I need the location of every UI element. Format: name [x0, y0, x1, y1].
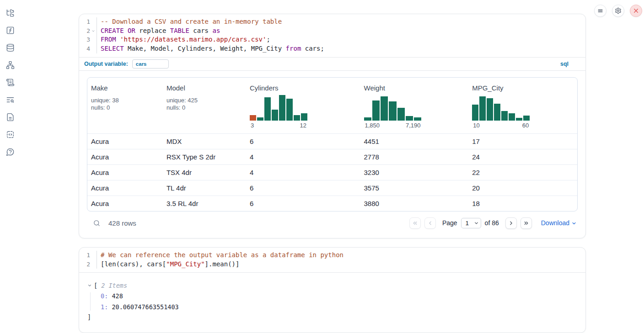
chevron-right-icon [508, 220, 514, 226]
code-text: CREATE OR replace TABLE cars as [97, 26, 585, 36]
line-number: 4 [79, 44, 90, 53]
help-icon[interactable] [5, 146, 16, 157]
shutdown-button[interactable] [630, 5, 642, 17]
chevrons-left-icon [412, 220, 418, 226]
table-row[interactable]: AcuraRSX Type S 2dr4277824 [87, 149, 577, 164]
code-line: 1# We can reference the output variable … [79, 251, 585, 260]
chevron-left-icon [427, 220, 433, 226]
histogram-bar [487, 98, 493, 121]
page-select[interactable]: 1 [461, 218, 481, 228]
search-icon[interactable] [92, 218, 101, 227]
dependency-graph-icon[interactable] [5, 59, 16, 70]
histogram-axis: 1,8507,190 [364, 122, 422, 129]
histogram-bars [472, 95, 530, 121]
table-row[interactable]: AcuraTL 4dr6357520 [87, 180, 577, 196]
gear-icon [615, 7, 622, 14]
table-cell: Acura [87, 149, 163, 164]
column-title: MPG_City [472, 84, 574, 92]
histogram-bar [494, 104, 500, 120]
scratchpad-icon[interactable] [5, 77, 16, 88]
file-explorer-icon[interactable] [5, 7, 16, 18]
column-header-make[interactable]: Makeunique: 38nulls: 0 [87, 78, 163, 134]
fold-spacer [90, 17, 97, 26]
page-total-label: of 86 [485, 219, 499, 227]
code-line: 2[len(cars), cars["MPG_City"].mean()] [79, 260, 585, 269]
histogram-bar [523, 116, 530, 121]
settings-button[interactable] [612, 5, 624, 17]
table-cell: 18 [468, 196, 577, 211]
table-cell: Acura [87, 164, 163, 180]
code-line: 3FROM 'https://datasets.marimo.app/cars.… [79, 35, 585, 44]
table-cell: 4 [246, 149, 360, 164]
column-histogram: 312 [250, 95, 307, 129]
histogram-bar [279, 95, 285, 121]
collapse-icon[interactable] [87, 283, 92, 288]
histogram-bar [472, 105, 478, 121]
helper-functions-icon[interactable] [5, 25, 16, 36]
table-cell: Acura [87, 133, 163, 149]
table-cell: 3.5 RL 4dr [163, 196, 246, 211]
fold-icon[interactable] [90, 26, 97, 36]
output-variable-bar: Output variable: sql [79, 57, 585, 71]
output-variable-label: Output variable: [84, 61, 128, 67]
fold-spacer [90, 251, 97, 260]
items-count: 2 Items [101, 282, 127, 289]
table-cell: 4451 [360, 133, 469, 149]
table-row[interactable]: AcuraMDX6445117 [87, 133, 577, 149]
histogram-axis: 1060 [472, 122, 530, 129]
output-variable-input[interactable] [132, 59, 169, 69]
line-number: 2 [79, 260, 90, 269]
histogram-bar [264, 97, 271, 120]
column-header-cylinders[interactable]: Cylinders312 [246, 78, 360, 134]
histogram-bar [294, 115, 300, 121]
menu-icon [597, 7, 604, 14]
fold-spacer [90, 35, 97, 44]
table-cell: TSX 4dr [163, 164, 246, 180]
fold-spacer [90, 260, 97, 269]
line-number: 1 [79, 17, 90, 26]
histogram-bar [509, 113, 515, 121]
column-histogram: 1060 [472, 95, 530, 129]
table-cell: Acura [87, 180, 163, 196]
column-stats: unique: 38nulls: 0 [91, 97, 159, 112]
page-select-wrap: 1 [461, 218, 481, 228]
menu-button[interactable] [594, 5, 606, 17]
line-number: 3 [79, 35, 90, 44]
table-cell: 24 [468, 149, 577, 164]
next-page-button[interactable] [505, 217, 517, 229]
chevrons-right-icon [523, 220, 529, 226]
close-icon [633, 7, 639, 14]
code-text: [len(cars), cars["MPG_City"].mean()] [97, 260, 585, 269]
prev-page-button[interactable] [424, 217, 436, 229]
logs-icon[interactable] [5, 94, 16, 105]
histogram-bar [479, 96, 486, 121]
column-stats: unique: 425nulls: 0 [166, 97, 242, 112]
snippets-icon[interactable] [5, 129, 16, 140]
python-code-editor[interactable]: 1# We can reference the output variable … [79, 248, 585, 272]
download-button[interactable]: Download [541, 219, 577, 227]
last-page-button[interactable] [521, 217, 532, 229]
histogram-bar [364, 117, 371, 121]
datasources-icon[interactable] [5, 42, 16, 53]
python-cell-output: [ 2 Items 0: 4281: 20.060747663551403 ] [79, 272, 585, 333]
column-title: Model [166, 84, 242, 92]
code-line: 2CREATE OR replace TABLE cars as [79, 26, 585, 36]
column-histogram: 1,8507,190 [364, 95, 422, 129]
data-table: Makeunique: 38nulls: 0Modelunique: 425nu… [87, 77, 578, 211]
histogram-bar [406, 116, 413, 121]
column-header-weight[interactable]: Weight1,8507,190 [360, 78, 469, 134]
histogram-bar [381, 96, 388, 121]
first-page-button[interactable] [409, 217, 421, 229]
sql-cell: 1-- Download a CSV and create an in-memo… [79, 14, 586, 238]
table-row[interactable]: AcuraTSX 4dr4323022 [87, 164, 577, 180]
histogram-bar [257, 117, 263, 121]
sql-cell-output: Makeunique: 38nulls: 0Modelunique: 425nu… [79, 71, 585, 238]
sql-code-editor[interactable]: 1-- Download a CSV and create an in-memo… [79, 14, 585, 57]
table-cell: 17 [468, 133, 577, 149]
column-header-mpg_city[interactable]: MPG_City1060 [468, 78, 577, 134]
column-header-model[interactable]: Modelunique: 425nulls: 0 [163, 78, 246, 134]
histogram-axis: 312 [250, 122, 307, 129]
left-sidebar [0, 0, 20, 157]
table-row[interactable]: Acura3.5 RL 4dr6388018 [87, 196, 577, 211]
documentation-icon[interactable] [5, 111, 16, 122]
